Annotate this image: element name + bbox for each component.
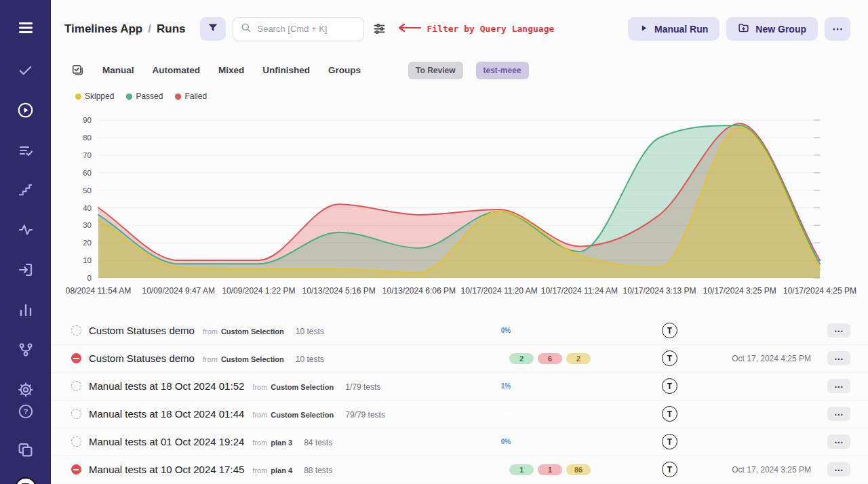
filter-button[interactable]: [200, 17, 226, 41]
filter-badge-test-meee[interactable]: test-meee: [476, 62, 529, 79]
run-count-badge: 2: [566, 353, 591, 364]
steps-icon[interactable]: [15, 180, 36, 201]
svg-text:10: 10: [83, 256, 92, 264]
run-avatar: T: [662, 434, 677, 449]
svg-text:10/17/2024 3:25 PM: 10/17/2024 3:25 PM: [703, 286, 776, 296]
run-from-word: from: [252, 466, 267, 475]
svg-text:10/09/2024 1:22 PM: 10/09/2024 1:22 PM: [222, 286, 295, 296]
branch-icon[interactable]: [15, 339, 37, 361]
legend-label: Skipped: [85, 92, 114, 101]
chart-legend: Skipped Passed Failed: [75, 91, 868, 102]
runs-play-icon[interactable]: [14, 99, 37, 121]
pulse-icon[interactable]: [15, 219, 37, 241]
runs-list: Custom Statuses demo from Custom Selecti…: [51, 317, 868, 484]
tab-mixed[interactable]: Mixed: [218, 65, 244, 75]
legend-item-skipped[interactable]: Skipped: [75, 92, 114, 101]
run-status-icon: [71, 325, 81, 336]
svg-text:10/17/2024 11:24 AM: 10/17/2024 11:24 AM: [541, 286, 618, 296]
run-menu-button[interactable]: ⋯: [827, 462, 850, 477]
run-from: from Custom Selection: [203, 327, 284, 336]
run-row[interactable]: Manual tests at 01 Oct 2024 19:24 from p…: [51, 428, 868, 456]
run-avatar: T: [662, 378, 677, 394]
run-count-badge: 6: [538, 353, 562, 364]
run-menu-button[interactable]: ⋯: [827, 379, 850, 393]
copy-icon[interactable]: [14, 439, 37, 461]
bar-chart-icon[interactable]: [15, 299, 37, 321]
run-row[interactable]: Manual tests at 10 Oct 2024 17:45 from p…: [51, 456, 868, 484]
run-from-value: Custom Selection: [221, 355, 284, 363]
check-icon[interactable]: [15, 60, 36, 81]
run-count-badge: 2: [509, 353, 534, 364]
sidebar-nav: [14, 60, 37, 401]
legend-item-failed[interactable]: Failed: [175, 92, 207, 101]
run-menu-button[interactable]: ⋯: [827, 407, 850, 421]
run-tests-count: 10 tests: [296, 355, 324, 364]
run-info: Custom Statuses demo from Custom Selecti…: [89, 352, 506, 364]
svg-text:10/09/2024 9:47 AM: 10/09/2024 9:47 AM: [142, 286, 215, 296]
run-from-value: Custom Selection: [221, 327, 284, 336]
tab-manual[interactable]: Manual: [102, 65, 134, 75]
tab-groups[interactable]: Groups: [328, 65, 361, 75]
run-date: Oct 17, 2024 4:25 PM: [689, 354, 821, 363]
run-row[interactable]: Manual tests at 18 Oct 2024 01:52 from C…: [51, 373, 868, 401]
run-row[interactable]: Custom Statuses demo from Custom Selecti…: [51, 345, 868, 373]
tab-unfinished[interactable]: Unfinished: [262, 65, 310, 75]
svg-text:30: 30: [83, 221, 92, 229]
svg-text:80: 80: [83, 134, 92, 142]
breadcrumb-app[interactable]: Timelines App: [64, 22, 142, 36]
svg-text:50: 50: [83, 186, 92, 195]
run-info: Manual tests at 01 Oct 2024 19:24 from p…: [89, 436, 506, 447]
manual-run-button[interactable]: Manual Run: [628, 17, 719, 41]
run-result-cell: 1186: [506, 464, 594, 475]
import-icon[interactable]: [15, 259, 37, 281]
filter-badge-to-review[interactable]: To Review: [408, 62, 462, 79]
new-group-button[interactable]: New Group: [726, 17, 818, 41]
run-from-word: from: [252, 383, 267, 391]
playlist-check-icon[interactable]: [15, 140, 37, 161]
svg-text:08/2024 11:54 AM: 08/2024 11:54 AM: [66, 286, 132, 296]
run-tests-count: 10 tests: [296, 327, 324, 336]
run-menu-button[interactable]: ⋯: [827, 351, 850, 365]
manual-run-label: Manual Run: [654, 24, 708, 35]
run-count-badge: 1: [538, 464, 562, 475]
run-avatar: T: [662, 462, 677, 477]
select-all-icon[interactable]: [71, 64, 84, 77]
query-language-filter-icon[interactable]: [371, 20, 388, 37]
tabs-row: Manual Automated Mixed Unfinished Groups…: [51, 58, 868, 83]
run-menu-button[interactable]: ⋯: [827, 323, 850, 338]
search-box[interactable]: [233, 17, 364, 41]
run-row[interactable]: Manual tests at 18 Oct 2024 01:44 from C…: [51, 401, 868, 428]
svg-text:10/13/2024 6:06 PM: 10/13/2024 6:06 PM: [382, 286, 456, 296]
gear-icon[interactable]: [15, 379, 37, 401]
svg-text:70: 70: [83, 151, 92, 159]
search-input[interactable]: [257, 24, 357, 34]
svg-text:20: 20: [83, 239, 92, 247]
run-title: Manual tests at 10 Oct 2024 17:45: [89, 464, 244, 475]
breadcrumb: Timelines App / Runs: [64, 22, 185, 36]
legend-dot-skipped: [75, 94, 81, 100]
run-from-value: Custom Selection: [271, 411, 334, 419]
run-row[interactable]: Custom Statuses demo from Custom Selecti…: [51, 317, 868, 345]
run-title: Custom Statuses demo: [89, 352, 195, 364]
funnel-icon: [207, 22, 219, 36]
app-logo: T: [15, 477, 37, 484]
legend-item-passed[interactable]: Passed: [126, 92, 163, 101]
run-from: from Custom Selection: [252, 411, 334, 419]
runs-chart: 010203040506070809008/2024 11:54 AM10/09…: [60, 107, 859, 301]
annotation: Filter by Query Language: [396, 23, 554, 35]
run-status-icon: [71, 464, 81, 475]
runs-chart-svg: 010203040506070809008/2024 11:54 AM10/09…: [60, 107, 859, 301]
legend-dot-failed: [175, 94, 181, 100]
run-menu-button[interactable]: ⋯: [827, 435, 850, 449]
breadcrumb-separator: /: [148, 22, 151, 36]
svg-text:10/17/2024 3:13 PM: 10/17/2024 3:13 PM: [623, 286, 696, 296]
header-more-button[interactable]: ⋯: [825, 17, 850, 41]
run-from-word: from: [252, 411, 267, 419]
menu-icon[interactable]: [14, 16, 37, 39]
help-icon[interactable]: ?: [15, 401, 37, 422]
run-from-word: from: [252, 439, 267, 447]
run-title: Manual tests at 01 Oct 2024 19:24: [89, 436, 244, 447]
legend-label: Failed: [184, 92, 207, 101]
tab-automated[interactable]: Automated: [153, 65, 201, 75]
svg-text:0: 0: [87, 274, 92, 282]
